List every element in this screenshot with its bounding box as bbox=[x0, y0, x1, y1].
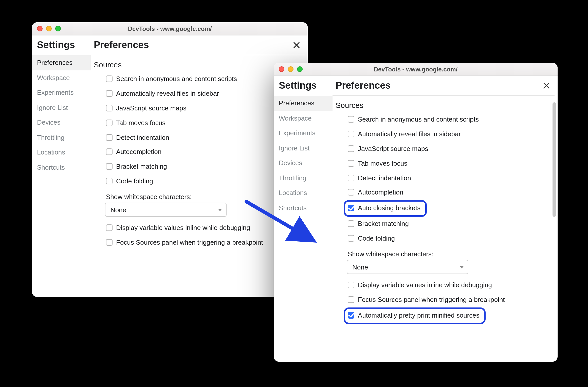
checkbox[interactable] bbox=[106, 178, 113, 184]
option-label: Detect indentation bbox=[358, 174, 411, 183]
checkbox[interactable] bbox=[106, 134, 113, 141]
sidebar-item-preferences[interactable]: Preferences bbox=[32, 55, 91, 70]
sidebar-item-devices[interactable]: Devices bbox=[274, 156, 333, 170]
checkbox[interactable] bbox=[348, 220, 354, 227]
option-label: Autocompletion bbox=[116, 148, 161, 157]
option-focus-sources-panel-when-triggering-a-breakpoint[interactable]: Focus Sources panel when triggering a br… bbox=[105, 236, 303, 250]
section-sources-heading: Sources bbox=[94, 60, 305, 69]
maximize-window-button[interactable] bbox=[55, 26, 61, 31]
option-label: JavaScript source maps bbox=[358, 145, 428, 153]
close-window-button[interactable] bbox=[279, 66, 284, 72]
checkbox[interactable] bbox=[348, 189, 354, 196]
settings-heading: Settings bbox=[274, 80, 333, 96]
checkbox[interactable] bbox=[348, 296, 354, 303]
settings-sidebar: Settings PreferencesWorkspaceExperiments… bbox=[274, 76, 333, 362]
option-label: Auto closing brackets bbox=[358, 204, 420, 213]
preferences-panel: Preferences Sources Search in anonymous … bbox=[333, 76, 558, 362]
chevron-down-icon bbox=[460, 266, 464, 268]
checkbox[interactable] bbox=[348, 282, 354, 288]
option-display-variable-values-inline-while-debugging[interactable]: Display variable values inline while deb… bbox=[347, 278, 553, 293]
sidebar-item-ignore-list[interactable]: Ignore List bbox=[32, 100, 91, 115]
sidebar-item-experiments[interactable]: Experiments bbox=[274, 126, 333, 141]
checkbox[interactable] bbox=[106, 149, 113, 155]
sidebar-item-locations[interactable]: Locations bbox=[274, 186, 333, 201]
sidebar-item-locations[interactable]: Locations bbox=[32, 145, 91, 160]
checkbox[interactable] bbox=[106, 105, 113, 111]
option-label: Search in anonymous and content scripts bbox=[358, 115, 479, 124]
option-automatically-reveal-files-in-sidebar[interactable]: Automatically reveal files in sidebar bbox=[105, 87, 303, 101]
sidebar-item-preferences[interactable]: Preferences bbox=[274, 96, 333, 111]
option-label: Bracket matching bbox=[358, 220, 409, 228]
option-label: Focus Sources panel when triggering a br… bbox=[116, 239, 263, 247]
option-detect-indentation[interactable]: Detect indentation bbox=[105, 130, 303, 145]
option-automatically-pretty-print-minified-sources[interactable]: Automatically pretty print minified sour… bbox=[344, 307, 486, 324]
checkbox[interactable] bbox=[106, 224, 113, 231]
option-tab-moves-focus[interactable]: Tab moves focus bbox=[347, 156, 553, 171]
whitespace-select[interactable]: None bbox=[105, 203, 227, 217]
settings-sidebar: Settings PreferencesWorkspaceExperiments… bbox=[32, 35, 91, 297]
option-search-in-anonymous-and-content-scripts[interactable]: Search in anonymous and content scripts bbox=[105, 72, 303, 87]
option-autocompletion[interactable]: Autocompletion bbox=[347, 186, 553, 200]
option-label: Code folding bbox=[358, 235, 395, 243]
sidebar-item-workspace[interactable]: Workspace bbox=[274, 111, 333, 126]
traffic-lights bbox=[32, 26, 61, 31]
sidebar-item-throttling[interactable]: Throttling bbox=[274, 170, 333, 185]
option-javascript-source-maps[interactable]: JavaScript source maps bbox=[105, 101, 303, 116]
sidebar-item-experiments[interactable]: Experiments bbox=[32, 85, 91, 100]
devtools-window-after: DevTools - www.google.com/ Settings Pref… bbox=[274, 63, 558, 362]
minimize-window-button[interactable] bbox=[288, 66, 293, 72]
option-search-in-anonymous-and-content-scripts[interactable]: Search in anonymous and content scripts bbox=[347, 112, 553, 127]
titlebar[interactable]: DevTools - www.google.com/ bbox=[32, 22, 308, 35]
option-javascript-source-maps[interactable]: JavaScript source maps bbox=[347, 142, 553, 157]
sidebar-item-ignore-list[interactable]: Ignore List bbox=[274, 141, 333, 156]
sidebar-item-shortcuts[interactable]: Shortcuts bbox=[32, 160, 91, 175]
scrollbar-thumb[interactable] bbox=[553, 102, 556, 217]
option-autocompletion[interactable]: Autocompletion bbox=[105, 145, 303, 160]
scrollbar[interactable] bbox=[553, 102, 556, 357]
checkbox[interactable] bbox=[348, 145, 354, 152]
option-label: Autocompletion bbox=[358, 189, 403, 197]
option-code-folding[interactable]: Code folding bbox=[105, 174, 303, 189]
option-tab-moves-focus[interactable]: Tab moves focus bbox=[105, 116, 303, 130]
option-automatically-reveal-files-in-sidebar[interactable]: Automatically reveal files in sidebar bbox=[347, 127, 553, 142]
option-focus-sources-panel-when-triggering-a-breakpoint[interactable]: Focus Sources panel when triggering a br… bbox=[347, 293, 553, 307]
titlebar[interactable]: DevTools - www.google.com/ bbox=[274, 63, 558, 76]
option-label: Bracket matching bbox=[116, 163, 167, 171]
option-label: Display variable values inline while deb… bbox=[116, 224, 250, 233]
option-detect-indentation[interactable]: Detect indentation bbox=[347, 171, 553, 186]
option-label: JavaScript source maps bbox=[116, 104, 186, 113]
checkbox[interactable] bbox=[348, 175, 354, 181]
option-label: Tab moves focus bbox=[116, 119, 166, 127]
checkbox[interactable] bbox=[348, 312, 354, 319]
sidebar-item-workspace[interactable]: Workspace bbox=[32, 70, 91, 85]
option-label: Automatically reveal files in sidebar bbox=[358, 130, 461, 139]
checkbox[interactable] bbox=[348, 116, 354, 123]
option-bracket-matching[interactable]: Bracket matching bbox=[347, 217, 553, 231]
checkbox[interactable] bbox=[348, 235, 354, 242]
checkbox[interactable] bbox=[106, 163, 113, 170]
option-bracket-matching[interactable]: Bracket matching bbox=[105, 160, 303, 175]
checkbox[interactable] bbox=[348, 131, 354, 137]
checkbox[interactable] bbox=[106, 90, 113, 97]
checkbox[interactable] bbox=[106, 119, 113, 126]
section-sources-heading: Sources bbox=[336, 101, 555, 109]
checkbox[interactable] bbox=[106, 75, 113, 82]
option-code-folding[interactable]: Code folding bbox=[347, 231, 553, 246]
option-auto-closing-brackets[interactable]: Auto closing brackets bbox=[344, 200, 427, 217]
checkbox[interactable] bbox=[348, 160, 354, 166]
window-title: DevTools - www.google.com/ bbox=[32, 25, 308, 32]
option-label: Automatically reveal files in sidebar bbox=[116, 90, 219, 98]
minimize-window-button[interactable] bbox=[46, 26, 52, 31]
devtools-window-before: DevTools - www.google.com/ Settings Pref… bbox=[32, 22, 308, 297]
traffic-lights bbox=[274, 66, 303, 72]
checkbox[interactable] bbox=[348, 205, 354, 211]
whitespace-select[interactable]: None bbox=[347, 260, 468, 274]
sidebar-item-devices[interactable]: Devices bbox=[32, 115, 91, 130]
sidebar-item-shortcuts[interactable]: Shortcuts bbox=[274, 201, 333, 216]
checkbox[interactable] bbox=[106, 239, 113, 246]
maximize-window-button[interactable] bbox=[297, 66, 303, 72]
option-display-variable-values-inline-while-debugging[interactable]: Display variable values inline while deb… bbox=[105, 221, 303, 236]
sidebar-item-throttling[interactable]: Throttling bbox=[32, 130, 91, 145]
option-label: Focus Sources panel when triggering a br… bbox=[358, 296, 505, 304]
close-window-button[interactable] bbox=[37, 26, 43, 31]
